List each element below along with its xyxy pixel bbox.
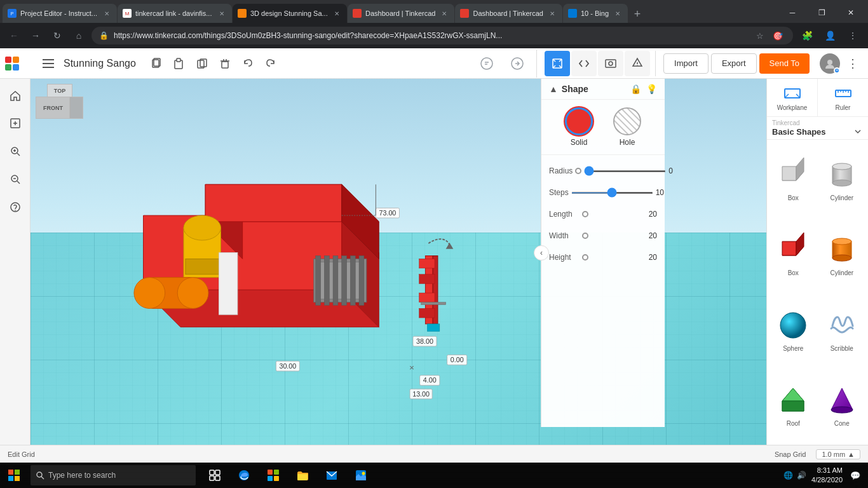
browser-tab-2[interactable]: M tinkercad link - davinfis... ✕ [118,4,232,23]
tab4-close[interactable]: ✕ [439,8,449,18]
fit-view-button[interactable] [4,112,27,135]
collapse-arrow[interactable]: ▲ Shape [549,84,588,94]
new-tab-button[interactable]: + [628,5,646,23]
shape-box-gray[interactable]: Box [770,142,817,217]
help-button[interactable] [4,196,27,219]
shape-roof[interactable]: Roof [770,369,817,443]
tinkercad-logo[interactable] [5,50,33,78]
sendto-button[interactable]: Send To [759,53,810,74]
browser-tab-6[interactable]: 10 - Bing ✕ [563,4,628,23]
notes-button[interactable] [473,50,501,78]
photos-icon[interactable] [347,463,375,488]
tab2-close[interactable]: ✕ [217,8,227,18]
view-cube[interactable]: TOP FRONT [36,84,83,132]
minimize-button[interactable]: ─ [778,3,807,23]
browser-tab-3[interactable]: 3D design Stunning Sa... ✕ [233,4,347,23]
radius-slider[interactable] [584,170,666,172]
code-mode-button[interactable] [571,51,597,76]
lock-panel-icon[interactable]: 🔒 [630,84,641,94]
browser-tab-5[interactable]: Dashboard | Tinkercad ✕ [455,4,562,23]
paste-button[interactable] [169,53,189,74]
shape-box-red[interactable]: Box [770,218,817,292]
svg-marker-108 [782,241,796,255]
radius-value: 0 [668,166,673,175]
shape-cylinder-gray[interactable]: Cylinder [818,142,866,217]
address-input[interactable]: 🔒 https://www.tinkercad.com/things/3DSoU… [92,27,793,44]
ruler-button[interactable]: Ruler [818,79,868,116]
edge-browser-icon[interactable] [230,463,258,488]
start-button[interactable] [0,463,28,488]
share-button[interactable] [503,50,531,78]
info-panel-icon[interactable]: 💡 [646,84,657,94]
home-nav-button[interactable] [4,84,27,107]
snap-value-control[interactable]: 1.0 mm ▲ [816,449,860,459]
more-options-button[interactable]: ⋮ [843,53,863,74]
hole-type-button[interactable]: Hole [613,107,641,147]
user-avatar[interactable]: + [820,53,840,74]
shape-sphere[interactable]: Sphere [770,293,817,367]
browser-tab-1[interactable]: P Project Editor - Instruct... ✕ [3,4,117,23]
edit-grid-button[interactable]: Edit Grid [8,451,35,458]
taskbar-search-bar[interactable]: Type here to search [31,465,196,485]
tab1-close[interactable]: ✕ [102,8,112,18]
refresh-button[interactable]: ↻ [48,27,66,44]
height-property: Height 20 [549,247,657,268]
tab3-close[interactable]: ✕ [332,8,342,18]
back-button[interactable]: ← [5,27,23,44]
shape-scribble[interactable]: Scribble [818,293,866,367]
clock-date: 4/28/2020 [811,475,843,485]
file-explorer-icon[interactable] [288,463,316,488]
tinkercad-icon[interactable]: 🎯 [770,28,785,43]
forward-button[interactable]: → [27,27,44,44]
ms-store-icon [267,469,280,482]
duplicate-button[interactable] [192,53,212,74]
action-center-button[interactable]: 💬 [848,471,863,480]
task-view-button[interactable] [201,463,229,488]
volume-icon[interactable]: 🔊 [797,471,806,480]
svg-rect-66 [350,255,355,305]
tab5-label: Dashboard | Tinkercad [473,10,543,17]
export-button[interactable]: Export [711,53,757,74]
zoom-out-button[interactable] [4,168,27,191]
simulate-button[interactable] [598,51,623,76]
undo-button[interactable] [238,53,258,74]
viewport[interactable]: TOP FRONT [31,79,766,445]
workplane-button[interactable]: Workplane [767,79,818,116]
more-options-icon[interactable]: ⋮ [843,25,863,46]
tab6-close[interactable]: ✕ [613,8,623,18]
box-gray-icon [776,158,810,192]
maximize-button[interactable]: ❒ [807,3,836,23]
design-name[interactable]: Stunning Sango [64,58,136,69]
3d-mode-button[interactable] [545,51,570,76]
svg-marker-116 [782,401,804,411]
browser-tab-4[interactable]: Dashboard | Tinkercad ✕ [348,4,454,23]
box-red-label: Box [788,269,799,276]
library-dropdown[interactable]: Basic Shapes [772,126,863,137]
svg-point-118 [831,407,853,413]
steps-slider[interactable] [571,192,653,194]
home-button[interactable]: ⌂ [70,27,88,44]
mail-icon[interactable] [318,463,346,488]
copy-button[interactable] [146,53,166,74]
panel-collapse-button[interactable]: ‹ [534,245,549,261]
clock-display[interactable]: 8:31 AM 4/28/2020 [811,466,843,485]
extensions-icon[interactable]: 🧩 [797,25,817,46]
bookmark-star-icon[interactable]: ☆ [752,28,768,43]
zoom-in-button[interactable] [4,140,27,163]
menu-button[interactable] [38,53,58,74]
shape-cylinder-orange[interactable]: Cylinder [818,218,866,292]
svg-rect-61 [317,262,363,299]
people-icon[interactable]: 👤 [820,25,840,46]
view-mode-buttons [473,50,537,78]
solid-type-button[interactable]: Solid [565,107,593,147]
redo-button[interactable] [261,53,281,74]
tab5-close[interactable]: ✕ [547,8,557,18]
shape-cone[interactable]: Cone [818,369,866,443]
close-button[interactable]: ✕ [836,3,865,23]
delete-button[interactable] [215,53,235,74]
import-button[interactable]: Import [663,53,709,74]
network-icon[interactable]: 🌐 [783,471,793,480]
box-red-icon [776,233,810,267]
store-icon[interactable] [259,463,287,488]
annotate-button[interactable] [625,51,650,76]
